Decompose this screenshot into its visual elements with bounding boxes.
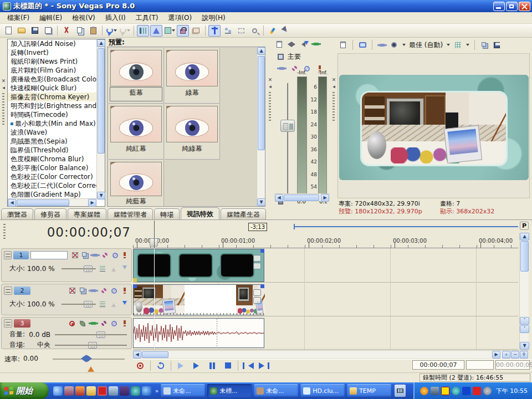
taskbar-clock[interactable]: 下午 10:55 [496, 387, 528, 395]
vegas-icon[interactable] [98, 386, 107, 396]
zoom-tool-icon[interactable]: ⚲ [520, 351, 528, 359]
compositing-mode-icon[interactable] [81, 251, 89, 259]
scrub-marker-icon[interactable] [88, 363, 94, 372]
restore-button[interactable] [506, 2, 518, 11]
menu-help[interactable]: 說明(H) [197, 12, 230, 24]
scroll-down-icon[interactable]: ▼ [97, 192, 105, 200]
automation-gear-icon[interactable] [101, 251, 109, 259]
selection-tool-button[interactable] [235, 25, 247, 37]
folder-icon[interactable] [86, 386, 96, 396]
zoom-in-time-icon[interactable]: ＋ [502, 351, 510, 359]
loop-playback-button[interactable] [154, 361, 168, 371]
project-properties-icon[interactable] [339, 41, 347, 49]
dock-grip-mixer[interactable]: ✕ ◂ [267, 38, 274, 207]
redo-button[interactable] [119, 25, 131, 37]
go-to-start-button[interactable] [241, 361, 255, 371]
scroll-right-icon[interactable]: ▶ [88, 199, 96, 207]
fx-item-sepia[interactable]: 烏賊墨黑色(Sepia) [8, 137, 96, 146]
fx-list-horizontal-scrollbar[interactable]: ◀ ▶ [8, 198, 96, 206]
scroll-left-icon[interactable]: ◀ [133, 351, 141, 359]
track-level-icon[interactable] [98, 300, 107, 308]
tab-transitions[interactable]: 轉場 [154, 208, 180, 219]
normal-edit-tool-button[interactable] [208, 25, 221, 37]
bypass-motion-blur-icon[interactable] [68, 287, 76, 295]
dock-grip-effects[interactable]: ✕ ◂ [0, 38, 7, 207]
timecode-display[interactable]: 00:00:00;07 [16, 225, 131, 239]
quick-launch-icon[interactable] [75, 386, 85, 396]
bypass-motion-blur-icon[interactable] [71, 251, 79, 259]
chevron-left-icon[interactable]: ◂ [331, 83, 337, 89]
fx-item-wave[interactable]: 波浪(Wave) [8, 128, 96, 137]
mixer-more-icon[interactable] [311, 40, 320, 48]
cut-button[interactable] [60, 25, 73, 37]
fx-item-color-corrector-2[interactable]: 色彩校正(二代)(Color Corrector) [8, 181, 96, 190]
preset-pure-blue-screen[interactable]: 純藍幕 [109, 160, 164, 207]
master-fader-track[interactable] [287, 83, 288, 194]
marker-tool-button[interactable]: P [520, 222, 529, 230]
track-collapse-button[interactable] [4, 319, 12, 328]
chevron-left-icon[interactable]: ◂ [267, 83, 273, 89]
zoom-tool-button[interactable] [248, 25, 260, 37]
region-line[interactable] [294, 226, 518, 227]
solo-icon[interactable] [121, 251, 129, 259]
scroll-right-icon[interactable]: ▶ [492, 351, 500, 359]
cursor-timecode-box[interactable]: 00:00:00;07 [412, 360, 464, 370]
fx-item-broadcast-colors[interactable]: 廣播級色彩(Broadcast Colors) [8, 75, 96, 84]
pause-button[interactable] [205, 361, 219, 371]
invert-phase-icon[interactable] [78, 319, 87, 328]
presets-vertical-scrollbar[interactable]: ▲ ▼ [257, 47, 265, 206]
mute-icon[interactable] [110, 287, 119, 295]
copy-button[interactable] [74, 25, 86, 37]
open-button[interactable] [16, 25, 28, 37]
split-button[interactable] [163, 25, 176, 37]
whats-this-help-button[interactable] [280, 25, 292, 37]
record-button[interactable] [133, 361, 147, 371]
track-2-header[interactable]: 2 大小: 100.0 % [1, 284, 132, 315]
minimize-button[interactable] [493, 2, 505, 11]
tab-video-fx-active[interactable]: 視訊特效 [181, 207, 219, 219]
tray-media-icon[interactable] [462, 387, 470, 395]
menu-file[interactable]: 檔案(F) [2, 12, 34, 24]
chevron-more-icon[interactable]: » [155, 388, 158, 394]
timeline-ruler[interactable]: 00:00:00;00 00:00:01;00 00:00:02;00 00:0… [133, 237, 518, 248]
tray-icon[interactable] [473, 387, 481, 395]
video-event-room[interactable] [133, 284, 264, 315]
ignore-event-grouping-toggle[interactable] [177, 25, 189, 37]
fx-item-film-grain[interactable]: 底片顆粒(Film Grain) [8, 66, 96, 75]
fx-item-min-max[interactable]: 最小和最大(Min and Max) [8, 119, 96, 128]
track-fx-icon[interactable] [91, 251, 99, 259]
play-from-start-button[interactable] [174, 361, 188, 371]
preset-pure-red-screen[interactable]: 純紅幕 [109, 104, 164, 160]
scroll-up-icon[interactable]: ▲ [97, 39, 105, 47]
make-composited-parent-icon[interactable] [120, 264, 129, 273]
close-icon[interactable]: ✕ [1, 78, 7, 84]
zoom-in-track-icon[interactable]: ˄ [520, 317, 529, 325]
track-3-volume-slider[interactable] [55, 331, 127, 339]
scroll-up-icon[interactable]: ▲ [257, 47, 265, 55]
tray-zonealarm-icon[interactable] [441, 387, 449, 395]
tab-project-media[interactable]: 專案媒體 [68, 208, 106, 219]
overlay-grid-icon[interactable] [453, 41, 462, 49]
event-tools[interactable] [253, 255, 262, 270]
timeline-grip[interactable] [3, 224, 6, 241]
scroll-down-icon[interactable]: ▼ [257, 198, 265, 206]
region-start-handle[interactable] [294, 224, 295, 229]
make-composited-child-icon[interactable] [109, 300, 118, 308]
mute-icon[interactable] [111, 251, 119, 259]
title-bar[interactable]: 未標題的 * - Sony Vegas Pro 8.0 [0, 0, 532, 12]
playhead-cursor[interactable] [154, 248, 155, 349]
tray-icon[interactable] [452, 387, 460, 395]
envelope-edit-tool-button[interactable] [222, 25, 234, 37]
taskbar-button-3[interactable]: 未命... [254, 384, 298, 397]
timeline-vertical-scrollbar[interactable]: ▲ ˄ ˅ ▼ [519, 233, 529, 350]
media-player-icon[interactable] [142, 386, 151, 396]
menu-options[interactable]: 選項(O) [163, 12, 197, 24]
automation-gear-icon[interactable] [99, 287, 108, 295]
go-to-end-button[interactable] [257, 361, 271, 371]
close-icon[interactable]: ✕ [267, 76, 273, 83]
track-1-level-slider[interactable] [62, 265, 96, 273]
group-button[interactable] [190, 25, 202, 37]
quick-launch-icon[interactable] [120, 386, 129, 396]
copy-frame-icon[interactable] [480, 41, 489, 49]
taskbar-button-1[interactable]: 未命... [161, 384, 205, 397]
